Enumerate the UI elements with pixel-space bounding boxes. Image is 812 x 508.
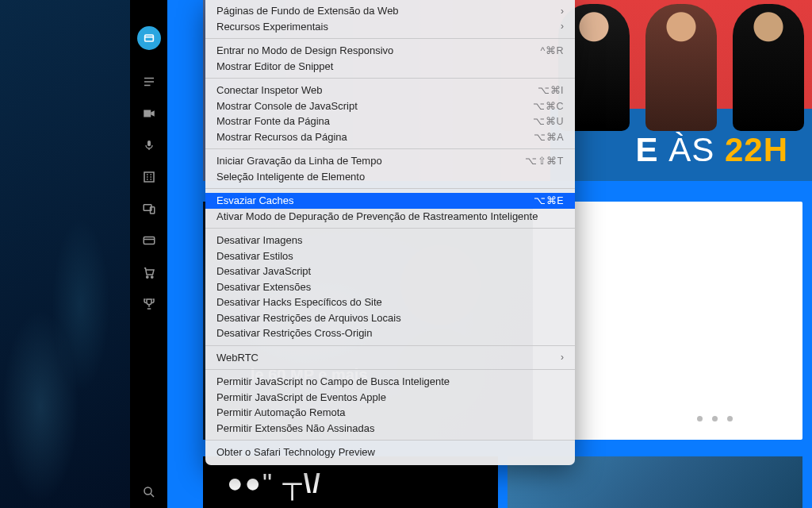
menu-separator	[205, 345, 575, 346]
menu-item-label: Seleção Inteligente de Elemento	[216, 171, 365, 183]
lines-icon[interactable]	[141, 74, 157, 90]
menu-item-label: Entrar no Modo de Design Responsivo	[216, 44, 393, 56]
menu-item[interactable]: Desativar JavaScript	[205, 264, 575, 279]
develop-menu[interactable]: Páginas de Fundo de Extensão da Web›Recu…	[205, 0, 575, 465]
menu-item[interactable]: Conectar Inspetor Web⌥⌘I	[205, 83, 575, 98]
menu-item-label: Mostrar Fonte da Página	[216, 115, 330, 127]
menu-item[interactable]: Entrar no Modo de Design Responsivo^⌘R	[205, 43, 575, 59]
menu-item[interactable]: Desativar Restrições Cross-Origin	[205, 325, 575, 341]
menu-item-label: Mostrar Editor de Snippet	[216, 60, 333, 72]
menu-item[interactable]: Páginas de Fundo de Extensão da Web›	[205, 3, 575, 19]
menu-item-shortcut: ⌥⌘A	[534, 131, 564, 143]
menu-item[interactable]: Desativar Restrições de Arquivos Locais	[205, 310, 575, 326]
menu-item[interactable]: Mostrar Editor de Snippet	[205, 59, 575, 75]
menu-item-shortcut: ⌥⌘U	[533, 115, 564, 127]
menu-item[interactable]: Desativar Imagens	[205, 233, 575, 248]
chevron-right-icon: ›	[561, 352, 564, 363]
menu-item[interactable]: Seleção Inteligente de Elemento	[205, 169, 575, 185]
trophy-icon[interactable]	[141, 296, 157, 312]
menu-item[interactable]: Mostrar Fonte da Página⌥⌘U	[205, 114, 575, 129]
menu-item[interactable]: Permitir Extensões Não Assinadas	[205, 421, 575, 437]
chevron-right-icon: ›	[561, 21, 564, 32]
search-icon[interactable]	[141, 484, 157, 500]
menu-item-label: Desativar JavaScript	[216, 265, 311, 277]
menu-item-label: Mostrar Recursos da Página	[216, 131, 347, 143]
menu-separator	[205, 148, 575, 149]
menu-separator	[205, 188, 575, 189]
menu-item[interactable]: Mostrar Recursos da Página⌥⌘A	[205, 129, 575, 145]
menu-item[interactable]: Esvaziar Caches⌥⌘E	[205, 193, 575, 209]
hero-text-thin: ÀS	[668, 131, 714, 168]
mic-icon[interactable]	[141, 137, 157, 153]
menu-item[interactable]: Ativar Modo de Depuração de Prevenção de…	[205, 209, 575, 225]
hero-text: E ÀS 22H	[636, 131, 788, 169]
menu-separator	[205, 440, 575, 441]
hero-text-prefix: E	[636, 131, 659, 168]
menu-separator	[205, 369, 575, 370]
menu-item-label: Desativar Restrições de Arquivos Locais	[216, 312, 401, 324]
menu-item-label: Permitir JavaScript no Campo de Busca In…	[216, 375, 450, 387]
menu-item[interactable]: Permitir Automação Remota	[205, 405, 575, 421]
menu-item-label: Desativar Imagens	[216, 234, 302, 246]
camera-icon[interactable]	[141, 106, 157, 121]
menu-item[interactable]: Mostrar Console de JavaScript⌥⌘C	[205, 98, 575, 114]
chevron-right-icon: ›	[561, 6, 564, 17]
devices-icon[interactable]	[141, 201, 157, 217]
menu-item-shortcut: ⌥⇧⌘T	[525, 155, 564, 167]
menu-item-label: Desativar Hacks Específicos do Site	[216, 296, 382, 308]
menu-item[interactable]: Desativar Estilos	[205, 248, 575, 264]
badge-icon[interactable]	[141, 233, 157, 248]
menu-item-shortcut: ⌥⌘I	[538, 84, 564, 96]
hero-person	[645, 4, 717, 131]
menu-item[interactable]: Desativar Extensões	[205, 279, 575, 295]
menu-item-label: Desativar Estilos	[216, 250, 293, 262]
menu-item-label: Iniciar Gravação da Linha de Tempo	[216, 155, 382, 167]
menu-item-label: Conectar Inspetor Web	[216, 84, 322, 96]
menu-item-shortcut: ^⌘R	[541, 44, 564, 56]
menu-item[interactable]: Desativar Hacks Específicos do Site	[205, 294, 575, 310]
menu-item-label: Permitir Extensões Não Assinadas	[216, 422, 374, 434]
svg-point-7	[151, 276, 152, 278]
carousel-dot[interactable]	[697, 416, 703, 421]
cart-icon[interactable]	[141, 264, 157, 280]
svg-rect-5	[144, 237, 155, 244]
menu-separator	[205, 38, 575, 39]
site-logo[interactable]	[137, 26, 161, 50]
menu-item-label: Permitir Automação Remota	[216, 406, 346, 418]
menu-item[interactable]: Iniciar Gravação da Linha de Tempo⌥⇧⌘T	[205, 153, 575, 169]
svg-point-6	[146, 276, 147, 278]
menu-item[interactable]: Permitir JavaScript de Eventos Apple	[205, 390, 575, 406]
menu-item-label: Recursos Experimentais	[216, 21, 328, 33]
svg-rect-2	[144, 172, 154, 182]
menu-separator	[205, 78, 575, 79]
wallpaper-fern	[0, 0, 135, 508]
menu-item-shortcut: ⌥⌘E	[534, 194, 564, 206]
svg-rect-0	[144, 35, 153, 41]
building-icon[interactable]	[141, 169, 157, 185]
menu-item-label: Permitir JavaScript de Eventos Apple	[216, 391, 386, 403]
carousel-dots[interactable]	[697, 416, 733, 421]
menu-item[interactable]: WebRTC›	[205, 350, 575, 366]
menu-item[interactable]: Permitir JavaScript no Campo de Busca In…	[205, 374, 575, 390]
app-sidebar	[130, 0, 167, 508]
svg-rect-1	[147, 140, 151, 146]
menu-item-label: Mostrar Console de JavaScript	[216, 100, 358, 112]
menu-separator	[205, 228, 575, 229]
menu-item-shortcut: ⌥⌘C	[533, 100, 564, 112]
menu-item-label: Ativar Modo de Depuração de Prevenção de…	[216, 210, 538, 222]
menu-item-label: WebRTC	[216, 352, 259, 364]
svg-point-8	[144, 487, 151, 495]
menu-item[interactable]: Recursos Experimentais›	[205, 19, 575, 35]
menu-item[interactable]: Obter o Safari Technology Preview	[205, 444, 575, 460]
carousel-dot[interactable]	[712, 416, 718, 421]
tv-logo-text: ●●" ┬\/	[227, 468, 322, 498]
menu-item-label: Obter o Safari Technology Preview	[216, 446, 375, 458]
menu-item-label: Desativar Extensões	[216, 281, 311, 293]
menu-item-label: Esvaziar Caches	[216, 194, 294, 206]
menu-item-label: Páginas de Fundo de Extensão da Web	[216, 5, 399, 17]
hero-person	[733, 4, 804, 131]
carousel-dot[interactable]	[727, 416, 733, 421]
menu-item-label: Desativar Restrições Cross-Origin	[216, 327, 373, 339]
hero-text-time: 22H	[725, 131, 788, 168]
